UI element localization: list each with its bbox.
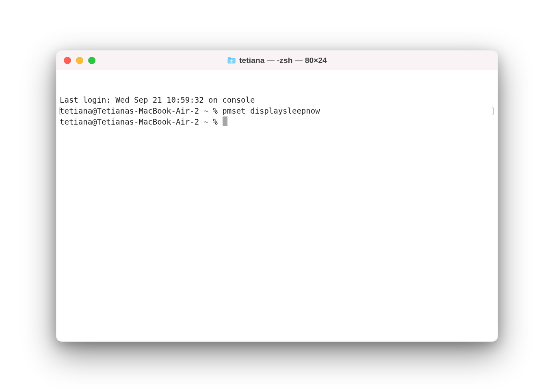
terminal-line-lastlogin: Last login: Wed Sep 21 10:59:32 on conso… <box>60 95 494 106</box>
titlebar: tetiana — -zsh — 80×24 <box>56 51 498 70</box>
prompt-command-text: tetiana@Tetianas-MacBook-Air-2 ~ % pmset… <box>60 106 320 115</box>
minimize-button[interactable] <box>76 57 83 64</box>
folder-icon <box>227 57 236 64</box>
maximize-button[interactable] <box>88 57 95 64</box>
traffic-lights <box>64 57 95 64</box>
terminal-body[interactable]: Last login: Wed Sep 21 10:59:32 on conso… <box>56 70 498 341</box>
terminal-window: tetiana — -zsh — 80×24 Last login: Wed S… <box>56 50 498 342</box>
window-title-wrap: tetiana — -zsh — 80×24 <box>227 56 327 65</box>
terminal-line-prompt: tetiana@Tetianas-MacBook-Air-2 ~ % <box>60 116 494 127</box>
close-button[interactable] <box>64 57 71 64</box>
window-title: tetiana — -zsh — 80×24 <box>239 56 327 65</box>
prompt-text: tetiana@Tetianas-MacBook-Air-2 ~ % <box>60 117 222 126</box>
bracket-right-icon: ] <box>491 106 496 116</box>
bracket-left-icon: [ <box>58 106 62 116</box>
cursor <box>223 116 227 126</box>
terminal-line-command: [tetiana@Tetianas-MacBook-Air-2 ~ % pmse… <box>60 106 494 116</box>
